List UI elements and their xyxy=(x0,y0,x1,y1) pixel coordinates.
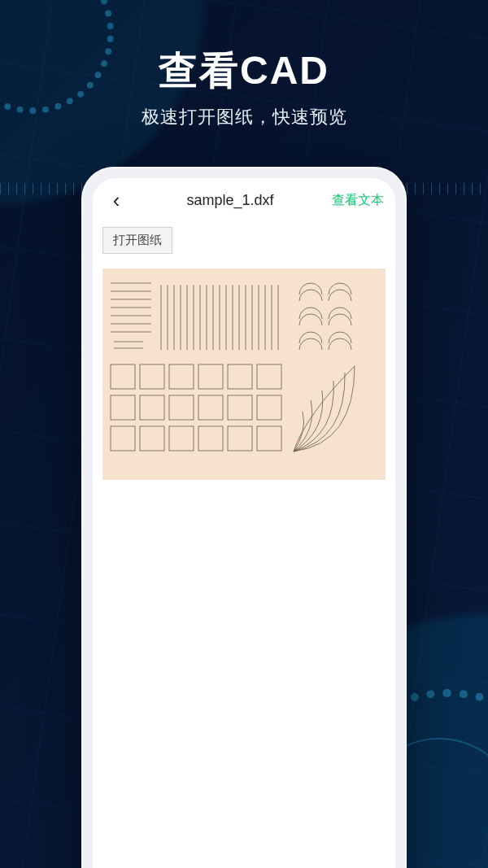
svg-rect-34 xyxy=(111,395,135,420)
svg-rect-36 xyxy=(169,395,194,420)
svg-rect-42 xyxy=(169,426,194,451)
svg-rect-38 xyxy=(228,395,252,420)
promo-headline: 查看CAD 极速打开图纸，快速预览 xyxy=(0,45,488,129)
cad-preview[interactable] xyxy=(102,268,386,480)
svg-rect-35 xyxy=(140,395,164,420)
svg-rect-43 xyxy=(198,426,223,451)
app-bar: ‹ sample_1.dxf 查看文本 xyxy=(93,178,395,222)
open-drawing-button[interactable]: 打开图纸 xyxy=(102,227,172,254)
promo-subtitle: 极速打开图纸，快速预览 xyxy=(0,105,488,129)
svg-rect-41 xyxy=(140,426,164,451)
svg-rect-31 xyxy=(198,364,223,389)
svg-rect-37 xyxy=(198,395,223,420)
svg-rect-32 xyxy=(228,364,252,389)
svg-rect-33 xyxy=(257,364,281,389)
svg-rect-39 xyxy=(257,395,281,420)
view-text-button[interactable]: 查看文本 xyxy=(332,192,384,209)
chevron-left-icon: ‹ xyxy=(113,188,120,212)
back-button[interactable]: ‹ xyxy=(104,188,129,213)
svg-rect-45 xyxy=(257,426,281,451)
svg-rect-29 xyxy=(140,364,164,389)
app-screen: ‹ sample_1.dxf 查看文本 打开图纸 xyxy=(93,178,395,868)
promo-title: 查看CAD xyxy=(0,45,488,97)
toolbar: 打开图纸 xyxy=(93,222,395,262)
cad-drawing-svg xyxy=(102,268,386,480)
svg-rect-40 xyxy=(111,426,135,451)
svg-rect-44 xyxy=(228,426,252,451)
svg-rect-30 xyxy=(169,364,194,389)
phone-mockup: ‹ sample_1.dxf 查看文本 打开图纸 xyxy=(81,167,407,868)
svg-rect-28 xyxy=(111,364,135,389)
file-title: sample_1.dxf xyxy=(129,192,332,209)
